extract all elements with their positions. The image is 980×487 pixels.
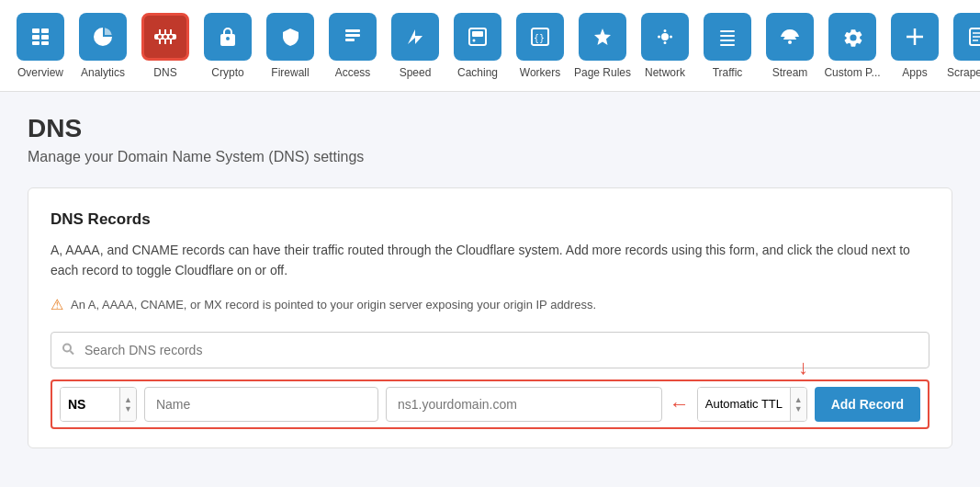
nav-label-apps: Apps	[902, 66, 927, 79]
svg-rect-18	[345, 39, 355, 41]
svg-rect-1	[41, 28, 49, 33]
ttl-select-arrows: ▲▼	[790, 388, 806, 421]
nav-item-network[interactable]: Network	[634, 13, 696, 79]
nav-icon-network	[641, 13, 689, 61]
dns-records-card: DNS Records A, AAAA, and CNAME records c…	[28, 187, 952, 448]
nav-icon-page-rules	[579, 13, 626, 61]
nav-item-page-rules[interactable]: Page Rules	[571, 13, 634, 79]
nav-icon-overview	[17, 13, 64, 61]
nav-label-access: Access	[335, 66, 371, 79]
svg-marker-19	[408, 29, 422, 44]
nav-label-dns: DNS	[153, 66, 176, 79]
svg-rect-17	[345, 34, 360, 37]
nav-item-workers[interactable]: {} Workers	[509, 13, 571, 79]
svg-rect-4	[32, 41, 39, 45]
nav-item-access[interactable]: Access	[321, 13, 384, 79]
name-input[interactable]	[144, 387, 378, 422]
nav-icon-apps	[891, 13, 939, 61]
arrow-down-indicator: ↓	[798, 356, 808, 379]
nav-label-page-rules: Page Rules	[574, 66, 631, 79]
warning-text: An A, AAAA, CNAME, or MX record is point…	[71, 298, 596, 311]
nav-icon-scrape-sh	[953, 13, 980, 61]
add-record-button[interactable]: Add Record	[815, 387, 920, 422]
nav-item-stream[interactable]: Stream	[759, 13, 821, 79]
nav-icon-stream	[766, 13, 814, 61]
nav-label-custom-p: Custom P...	[824, 66, 880, 79]
dns-records-description: A, AAAA, and CNAME records can have thei…	[51, 240, 929, 281]
svg-point-7	[158, 35, 162, 39]
nav-item-analytics[interactable]: Analytics	[72, 13, 134, 79]
page-subtitle: Manage your Domain Name System (DNS) set…	[28, 149, 952, 165]
type-select-wrap: NS A AAAA CNAME MX TXT SRV LOC ▲▼	[60, 387, 137, 422]
nav-label-analytics: Analytics	[81, 66, 125, 79]
top-navigation: Overview Analytics DNS	[0, 0, 980, 92]
page-content: occu DNS Manage your Domain Name System …	[0, 92, 980, 470]
svg-rect-29	[720, 40, 735, 41]
nav-icon-custom-p	[828, 13, 876, 61]
nav-item-scrape-sh[interactable]: Scrape Sh...	[946, 13, 980, 79]
arrow-left-indicator: ←	[670, 392, 690, 416]
svg-point-22	[473, 39, 476, 41]
svg-marker-25	[594, 28, 611, 45]
svg-rect-27	[720, 30, 735, 32]
nav-item-custom-p[interactable]: Custom P...	[821, 13, 884, 79]
svg-rect-0	[32, 28, 39, 33]
svg-point-38	[63, 344, 71, 351]
add-record-row: ↓ NS A AAAA CNAME MX TXT SRV LOC ▲▼	[51, 379, 929, 429]
nav-icon-caching	[454, 13, 501, 61]
svg-point-31	[788, 40, 792, 44]
svg-rect-16	[345, 29, 360, 32]
nav-icon-speed	[391, 13, 439, 61]
nav-icon-analytics	[79, 13, 127, 61]
nav-label-firewall: Firewall	[271, 66, 309, 79]
value-input[interactable]	[386, 387, 662, 422]
nav-item-speed[interactable]: Speed	[384, 13, 446, 79]
nav-item-caching[interactable]: Caching	[446, 13, 509, 79]
nav-label-workers: Workers	[520, 66, 560, 79]
svg-rect-5	[41, 41, 49, 45]
nav-item-traffic[interactable]: Traffic	[696, 13, 759, 79]
nav-label-overview: Overview	[17, 66, 63, 79]
nav-icon-traffic	[704, 13, 751, 61]
svg-line-39	[71, 351, 74, 355]
ttl-select[interactable]: Automatic TTL 1 min 2 min 5 min 10 min 3…	[698, 388, 790, 421]
nav-label-crypto: Crypto	[211, 66, 243, 79]
dns-records-title: DNS Records	[51, 210, 929, 229]
nav-item-dns[interactable]: DNS	[134, 13, 197, 79]
svg-point-8	[163, 35, 167, 39]
nav-label-caching: Caching	[457, 66, 498, 79]
nav-item-firewall[interactable]: Firewall	[259, 13, 321, 79]
nav-icon-dns	[141, 13, 189, 61]
warning-row: ⚠ An A, AAAA, CNAME, or MX record is poi…	[51, 296, 929, 313]
nav-item-apps[interactable]: Apps	[884, 13, 946, 79]
nav-label-speed: Speed	[400, 66, 432, 79]
ttl-select-wrap: Automatic TTL 1 min 2 min 5 min 10 min 3…	[697, 387, 807, 422]
svg-rect-30	[720, 44, 735, 46]
svg-point-9	[169, 35, 173, 39]
page-title: DNS	[28, 114, 952, 143]
nav-label-stream: Stream	[772, 66, 808, 79]
svg-rect-2	[32, 35, 39, 40]
svg-point-26	[661, 33, 669, 40]
type-select-arrows: ▲▼	[119, 388, 136, 421]
nav-icon-workers: {}	[516, 13, 564, 61]
svg-text:{}: {}	[534, 33, 545, 43]
nav-label-traffic: Traffic	[713, 66, 743, 79]
svg-rect-28	[720, 35, 735, 37]
svg-rect-21	[472, 31, 483, 37]
nav-item-overview[interactable]: Overview	[9, 13, 72, 79]
nav-icon-access	[329, 13, 377, 61]
warning-icon: ⚠	[51, 296, 63, 313]
type-select[interactable]: NS A AAAA CNAME MX TXT SRV LOC	[61, 388, 119, 421]
nav-icon-firewall	[266, 13, 314, 61]
nav-label-network: Network	[645, 66, 685, 79]
nav-item-crypto[interactable]: Crypto	[197, 13, 259, 79]
nav-icon-crypto	[204, 13, 252, 61]
nav-label-scrape-sh: Scrape Sh...	[947, 66, 980, 79]
search-icon	[62, 342, 74, 357]
svg-rect-3	[41, 35, 49, 40]
